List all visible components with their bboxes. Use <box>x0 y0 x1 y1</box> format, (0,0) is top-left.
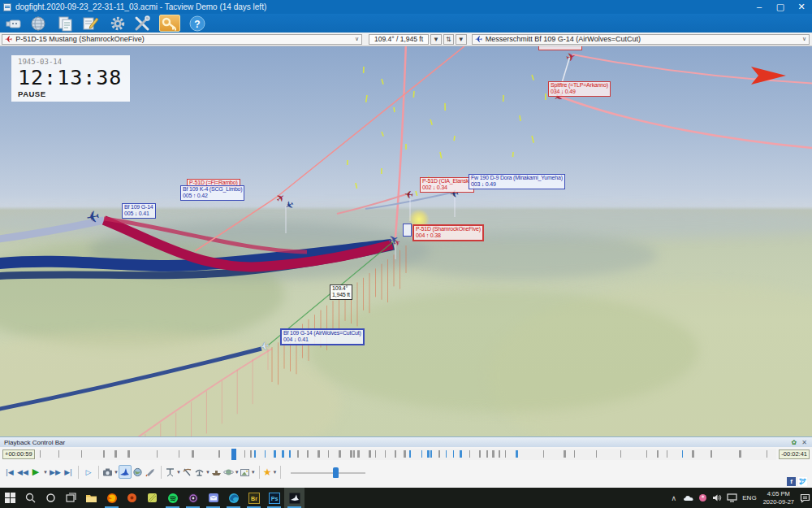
aircraft-label-bf109-left[interactable]: Bf 109 G-14 005 ↓ 0.41 <box>122 203 156 219</box>
aircraft-marker-bf109-left[interactable]: ✈ <box>84 208 101 227</box>
volume-icon[interactable] <box>710 488 724 508</box>
twitter-icon[interactable]: 🕊 <box>798 477 807 486</box>
relative-bearing-box[interactable]: 109.4° / 1,945 ft <box>369 34 429 45</box>
aircraft-label-fw190-dora[interactable]: Fw 190 D-9 Dora (Minakami_Yumeha) 003 ↓ … <box>469 174 565 189</box>
aircraft-label-p51d-shamrock-selected[interactable]: P-51D (ShamrockOneFive) 004 ↑ 0.38 <box>412 224 484 241</box>
aircraft-label-bf109-limbo[interactable]: Bf 109 K-4 (SCG_Limbo) 005 ↑ 0.42 <box>180 185 244 201</box>
network-icon[interactable] <box>725 488 739 508</box>
timeline-event-tick <box>353 450 355 458</box>
rewind-button[interactable]: ◀◀ <box>16 465 29 479</box>
aircraft-label-bf109-cutcut-selected[interactable]: Bf 109 G-14 (AirWolves=CutCut) 004 ↓ 0.4… <box>280 328 365 345</box>
secondary-object-combo[interactable]: ✈ Messerschmitt Bf 109 G-14 (AirWolves=C… <box>472 34 810 45</box>
close-panel-icon[interactable]: ✕ <box>801 439 807 446</box>
timeline-event-tick <box>254 450 256 458</box>
play-button[interactable]: ▶ <box>29 465 42 479</box>
search-icon[interactable] <box>20 488 41 508</box>
swap-dropdown-button[interactable]: ▼ <box>456 34 467 45</box>
timeline-event-tick <box>516 450 518 458</box>
object-selection-bar: ✈ P-51D-15 Mustang (ShamrockOneFive) ∨ 1… <box>0 33 812 46</box>
flight-log-icon[interactable] <box>80 15 101 32</box>
start-button[interactable] <box>0 488 20 508</box>
media-player-icon[interactable] <box>183 488 203 508</box>
favorites-star-button[interactable]: ★▼ <box>263 465 278 479</box>
license-key-icon[interactable] <box>159 15 180 32</box>
close-button[interactable]: ✕ <box>791 0 812 14</box>
planet-view-button[interactable]: ▼ <box>223 465 240 479</box>
timeline-event-tick <box>657 450 659 458</box>
timeline-event-tick <box>667 450 668 458</box>
language-indicator[interactable]: ENG <box>740 494 758 501</box>
screenshot-button[interactable]: ▼ <box>240 465 256 479</box>
action-center-icon[interactable] <box>798 488 812 508</box>
notes-app-icon[interactable] <box>142 488 162 508</box>
cockpit-view-button[interactable] <box>119 465 132 479</box>
settings-gear-icon[interactable] <box>107 15 128 32</box>
timeline-event-tick <box>274 450 276 458</box>
tools-icon[interactable] <box>132 15 153 32</box>
adobe-bridge-icon[interactable]: Br <box>244 488 264 508</box>
help-icon[interactable]: ? <box>187 15 208 32</box>
tray-expand-chevron-icon[interactable]: ∧ <box>667 488 680 508</box>
spotify-icon[interactable] <box>162 488 183 508</box>
swap-objects-button[interactable]: ⇅ <box>443 34 454 45</box>
world-view-button[interactable] <box>132 465 145 479</box>
bearing-dropdown-button[interactable]: ▼ <box>430 34 442 45</box>
primary-object-combo[interactable]: ✈ P-51D-15 Mustang (ShamrockOneFive) ∨ <box>2 34 362 45</box>
slider-thumb[interactable] <box>333 467 339 478</box>
taskbar-clock[interactable]: 4:05 PM 2020-09-27 <box>760 490 797 506</box>
timeline-position-marker[interactable] <box>231 449 236 460</box>
pin-panel-icon[interactable]: ✿ <box>792 439 797 446</box>
timeline-event-tick <box>499 450 500 458</box>
playback-status: PAUSE <box>18 89 122 98</box>
timeline-event-tick <box>282 450 284 458</box>
tacview-taskbar-icon[interactable] <box>284 488 304 508</box>
aircraft-label-p51d-elanski[interactable]: P-51D (CIA_Elanski) 002 ↓ 0.34 <box>420 177 474 193</box>
camera-mode-button[interactable]: ▼ <box>102 465 119 479</box>
mail-app-icon[interactable] <box>203 488 223 508</box>
timeline-track[interactable] <box>36 449 776 460</box>
go-to-end-button[interactable]: ▶| <box>62 465 75 479</box>
missile-view-button[interactable] <box>145 465 158 479</box>
maximize-button[interactable]: ▢ <box>770 0 791 14</box>
timeline-event-tick <box>438 450 440 458</box>
ship-view-button[interactable] <box>210 465 223 479</box>
facebook-icon[interactable]: f <box>787 477 796 486</box>
orange-app-icon[interactable] <box>122 488 142 508</box>
taskbar-date: 2020-09-27 <box>763 498 794 506</box>
timeline-event-tick <box>114 450 117 458</box>
playback-panel-header: Playback Control Bar ✿ ✕ <box>0 437 812 447</box>
timeline-event-tick <box>157 450 158 458</box>
usb-export-icon[interactable] <box>3 15 24 32</box>
timeline-event-tick <box>357 450 360 458</box>
file-explorer-icon[interactable] <box>81 488 102 508</box>
radar-view-button[interactable]: ▼ <box>194 465 210 479</box>
firefox-icon[interactable] <box>102 488 122 508</box>
aircraft-label-spitfire[interactable]: Spitfire (=TLP=Arkanno) 034 ↓ 0.49 <box>548 81 611 97</box>
tray-app-pink-icon[interactable] <box>696 488 710 508</box>
cortana-icon[interactable] <box>41 488 61 508</box>
primary-object-label: P-51D-15 Mustang (ShamrockOneFive) <box>15 35 145 43</box>
minimize-button[interactable]: – <box>749 0 770 14</box>
timeline-event-tick <box>646 450 648 458</box>
world-3d-view[interactable]: ✈ ✈ ✈ ✈ ✈ ✈ ✈ ✈ ✈ ✈ Bf 109 G-14 005 ↓ 0.… <box>0 46 812 436</box>
task-view-icon[interactable] <box>61 488 81 508</box>
slow-motion-button[interactable]: ▷ <box>82 465 95 479</box>
edge-icon[interactable] <box>223 488 244 508</box>
world-database-icon[interactable] <box>28 15 49 32</box>
taskbar-time: 4:05 PM <box>767 490 790 497</box>
speed-slider[interactable] <box>291 466 365 479</box>
play-speed-dropdown[interactable]: ▼ <box>42 465 49 479</box>
telemetry-view-button[interactable]: ▼ <box>165 465 181 479</box>
timeline[interactable]: +00:00:59 -00:02:41 <box>0 447 812 462</box>
aircraft-label-peek[interactable] <box>403 224 412 237</box>
timeline-event-tick <box>81 450 83 458</box>
fast-forward-button[interactable]: ▶▶ <box>49 465 62 479</box>
photoshop-icon[interactable]: Ps <box>264 488 284 508</box>
documents-icon[interactable] <box>55 15 76 32</box>
aircraft-marker-p51d-elanski[interactable]: ✈ <box>404 189 414 200</box>
onedrive-cloud-icon[interactable] <box>681 488 695 508</box>
timeline-event-tick <box>58 450 60 458</box>
tools-axes-button[interactable] <box>181 465 194 479</box>
go-to-start-button[interactable]: |◀ <box>3 465 16 479</box>
aircraft-label-clipped[interactable] <box>538 46 582 50</box>
